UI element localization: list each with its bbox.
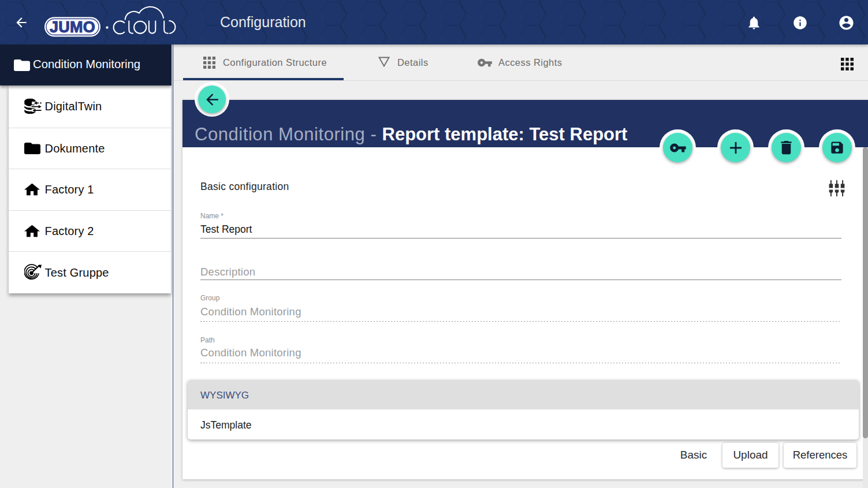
svg-text:JUMO: JUMO: [50, 18, 95, 36]
